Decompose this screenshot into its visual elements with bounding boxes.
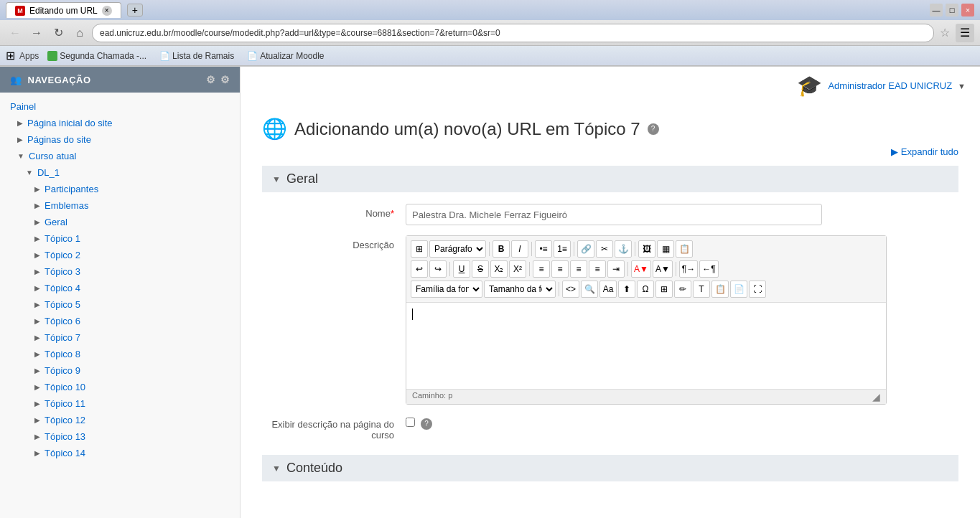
page-help-icon[interactable]: ? <box>648 123 659 135</box>
rte-resize-handle[interactable]: ◢ <box>872 391 880 402</box>
rte-code-btn[interactable]: <> <box>562 281 579 298</box>
sidebar-item-dl1[interactable]: ▼ DL_1 <box>0 164 240 181</box>
new-tab-button[interactable]: + <box>127 4 143 17</box>
exibir-checkbox[interactable] <box>406 418 415 427</box>
sidebar-item-topico5[interactable]: ▶Tópico 5 <box>0 296 240 313</box>
topico9-link[interactable]: Tópico 9 <box>45 365 80 376</box>
topico10-link[interactable]: Tópico 10 <box>45 382 85 392</box>
browser-tab[interactable]: M Editando um URL × <box>6 2 121 18</box>
rte-table-btn[interactable]: ⊞ <box>655 281 673 298</box>
minimize-button[interactable]: — <box>930 4 943 17</box>
sidebar-item-topico14[interactable]: ▶Tópico 14 <box>0 445 240 461</box>
geral-link[interactable]: Geral <box>45 217 67 227</box>
rte-media-btn[interactable]: ▦ <box>657 240 674 258</box>
rte-redo-btn[interactable]: ↪ <box>429 260 447 278</box>
dl1-link[interactable]: DL_1 <box>37 167 60 178</box>
rte-italic-btn[interactable]: I <box>511 240 528 258</box>
participantes-link[interactable]: Participantes <box>45 184 98 194</box>
rte-anchor-btn[interactable]: ⚓ <box>615 240 632 258</box>
sidebar-item-topico12[interactable]: ▶Tópico 12 <box>0 412 240 428</box>
rte-template-btn[interactable]: 📋 <box>676 240 693 258</box>
rte-paragraph-select[interactable]: Parágrafo <box>429 240 486 258</box>
rte-edit-css-btn[interactable]: ✏ <box>674 281 691 298</box>
topico12-link[interactable]: Tópico 12 <box>45 415 85 425</box>
sidebar-item-topico6[interactable]: ▶Tópico 6 <box>0 313 240 329</box>
rte-source-btn[interactable]: ⊞ <box>411 240 428 258</box>
sidebar-item-topico13[interactable]: ▶Tópico 13 <box>0 428 240 445</box>
rte-paste-word-btn[interactable]: 📄 <box>730 281 747 298</box>
rte-image-btn[interactable]: 🖼 <box>638 240 655 258</box>
rte-strikethrough-btn[interactable]: S <box>472 260 489 278</box>
paginas-site-link[interactable]: Páginas do site <box>27 134 91 145</box>
close-window-button[interactable]: × <box>961 4 974 17</box>
section-conteudo-header[interactable]: ▼ Conteúdo <box>262 455 958 481</box>
rte-spellcheck-btn[interactable]: Aa <box>599 281 617 298</box>
home-button[interactable]: ⌂ <box>70 24 89 42</box>
sidebar-item-emblemas[interactable]: ▶ Emblemas <box>0 197 240 214</box>
user-name-link[interactable]: Administrador EAD UNICRUZ <box>828 80 952 91</box>
rte-fullscreen-btn[interactable]: ⛶ <box>749 281 766 298</box>
rte-align-justify-btn[interactable]: ≡ <box>589 260 606 278</box>
rte-font-color-btn[interactable]: A▼ <box>631 260 651 278</box>
sidebar-item-paginas-site[interactable]: ▶ Páginas do site <box>0 131 240 148</box>
topico5-link[interactable]: Tópico 5 <box>45 299 80 310</box>
sidebar-item-geral[interactable]: ▶ Geral <box>0 214 240 230</box>
curso-atual-link[interactable]: Curso atual <box>29 151 76 161</box>
topico11-link[interactable]: Tópico 11 <box>45 398 85 409</box>
rte-font-size-select[interactable]: Tamanho da fc▼ <box>484 281 556 298</box>
exibir-help-icon[interactable]: ? <box>421 418 432 430</box>
sidebar-item-topico11[interactable]: ▶Tópico 11 <box>0 395 240 412</box>
rte-rtl-btn[interactable]: ←¶ <box>699 260 718 278</box>
rte-upload-btn[interactable]: ⬆ <box>618 281 635 298</box>
rte-align-right-btn[interactable]: ≡ <box>570 260 587 278</box>
rte-search-btn[interactable]: 🔍 <box>581 281 598 298</box>
rte-remove-format-btn[interactable]: T <box>693 281 710 298</box>
rte-unordered-list-btn[interactable]: •≡ <box>535 240 552 258</box>
section-geral-header[interactable]: ▼ Geral <box>262 166 958 192</box>
bookmark-star[interactable]: ☆ <box>937 26 953 39</box>
sidebar-item-participantes[interactable]: ▶ Participantes <box>0 181 240 197</box>
sidebar-item-topico4[interactable]: ▶Tópico 4 <box>0 280 240 296</box>
topico4-link[interactable]: Tópico 4 <box>45 283 80 293</box>
sidebar-item-topico9[interactable]: ▶Tópico 9 <box>0 362 240 379</box>
painel-link[interactable]: Painel <box>10 101 36 112</box>
sidebar-item-topico3[interactable]: ▶Tópico 3 <box>0 263 240 280</box>
apps-label[interactable]: Apps <box>19 51 39 61</box>
bookmark-lista-ramais[interactable]: 📄 Lista de Ramais <box>155 50 238 62</box>
rte-font-family-select[interactable]: Família da fon▼ <box>411 281 482 298</box>
topico3-link[interactable]: Tópico 3 <box>45 266 80 277</box>
rte-highlight-btn[interactable]: A▼ <box>653 260 673 278</box>
topico6-link[interactable]: Tópico 6 <box>45 316 80 326</box>
sidebar-item-curso-atual[interactable]: ▼ Curso atual <box>0 148 240 164</box>
bookmark-atualizar-moodle[interactable]: 📄 Atualizar Moodle <box>243 50 328 62</box>
rte-ordered-list-btn[interactable]: 1≡ <box>554 240 571 258</box>
sidebar-item-painel[interactable]: Painel <box>0 98 240 115</box>
nome-input[interactable] <box>406 204 822 225</box>
rte-link-btn[interactable]: 🔗 <box>577 240 594 258</box>
rte-align-center-btn[interactable]: ≡ <box>551 260 569 278</box>
back-button[interactable]: ← <box>6 24 24 42</box>
bookmark-segunda-chamada[interactable]: Segunda Chamada -... <box>43 50 151 62</box>
rte-ltr-btn[interactable]: ¶→ <box>679 260 698 278</box>
sidebar-item-topico1[interactable]: ▶Tópico 1 <box>0 230 240 247</box>
sidebar-item-topico2[interactable]: ▶Tópico 2 <box>0 247 240 263</box>
emblemas-link[interactable]: Emblemas <box>45 200 88 211</box>
reload-button[interactable]: ↻ <box>49 24 67 42</box>
rte-bold-btn[interactable]: B <box>493 240 510 258</box>
tab-close-btn[interactable]: × <box>102 6 112 16</box>
topico7-link[interactable]: Tópico 7 <box>45 332 80 343</box>
sidebar-config-icon[interactable]: ⚙ <box>206 74 216 85</box>
rte-indent-btn[interactable]: ⇥ <box>607 260 625 278</box>
expand-all-link[interactable]: ▶ Expandir tudo <box>262 146 958 157</box>
sidebar-item-topico7[interactable]: ▶Tópico 7 <box>0 329 240 346</box>
topico8-link[interactable]: Tópico 8 <box>45 349 80 359</box>
rte-superscript-btn[interactable]: X² <box>509 260 526 278</box>
rte-unlink-btn[interactable]: ✂ <box>596 240 613 258</box>
rte-subscript-btn[interactable]: X₂ <box>490 260 508 278</box>
topico13-link[interactable]: Tópico 13 <box>45 431 85 442</box>
extension-button[interactable]: ☰ <box>956 24 974 42</box>
rte-underline-btn[interactable]: U <box>453 260 470 278</box>
rte-undo-btn[interactable]: ↩ <box>411 260 428 278</box>
address-bar[interactable] <box>92 24 934 42</box>
pagina-inicial-link[interactable]: Página inicial do site <box>27 118 113 128</box>
